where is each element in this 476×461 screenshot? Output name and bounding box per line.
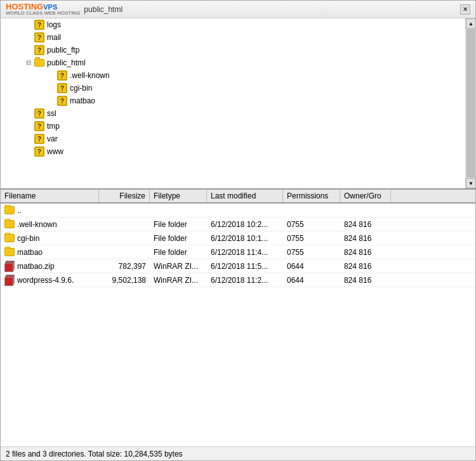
file-cell-lastmod: 6/12/2018 11:5... [207,261,283,272]
tree-label: mail [45,33,61,42]
col-header-filename[interactable]: Filename [1,190,99,202]
folder-icon [4,234,15,242]
file-cell-owner: 824 816 [340,261,391,272]
file-cell-filename: .. [1,205,99,216]
question-icon: ? [34,134,45,144]
window-title: public_html [84,5,122,14]
tree-toggle [23,20,34,30]
scroll-thumb[interactable] [466,29,475,178]
tree-content: ?logs ?mail ?public_ftp⊟public_html ?.we… [1,18,465,188]
logo-tagline: WORLD CLASS WEB HOSTING [6,11,80,16]
question-icon: ? [34,108,45,119]
tree-node-public_html[interactable]: ⊟public_html [1,56,465,69]
file-row-parent[interactable]: .. [1,204,475,218]
status-bar: 2 files and 3 directories. Total size: 1… [1,446,475,460]
file-row-wordpress[interactable]: wordpress-4.9.6. 9,502,138 WinRAR ZI... … [1,273,475,287]
scroll-up-button[interactable]: ▲ [466,18,476,29]
tree-label: .well-known [68,71,110,80]
col-header-lastmod[interactable]: Last modified [207,190,283,202]
tree-label: matbao [68,96,95,105]
tree-label: cgi-bin [68,84,92,93]
tree-label: logs [45,20,61,29]
tree-node-cgi-bin[interactable]: ?cgi-bin [1,82,465,94]
tree-toggle [23,146,34,157]
file-row-cgi-bin[interactable]: cgi-bin File folder 6/12/2018 10:1... 07… [1,231,475,245]
tree-node-var[interactable]: ?var [1,133,465,145]
tree-toggle [23,45,34,55]
file-cell-lastmod [207,209,283,212]
col-header-permissions[interactable]: Permissions [283,190,340,202]
file-cell-filetype: File folder [150,247,207,258]
file-row-matbao-zip[interactable]: matbao.zip 782,397 WinRAR ZI... 6/12/201… [1,259,475,273]
question-icon: ? [34,146,45,157]
file-cell-filetype: File folder [150,233,207,244]
file-cell-permissions: 0644 [283,275,340,286]
tree-scrollbar[interactable]: ▲ ▼ [465,18,475,188]
tree-toggle [23,121,34,131]
file-cell-permissions: 0755 [283,219,340,230]
col-header-filesize[interactable]: Filesize [99,190,150,202]
status-text: 2 files and 3 directories. Total size: 1… [6,450,183,458]
close-button[interactable]: ✕ [460,4,470,15]
file-cell-filename: wordpress-4.9.6. [1,274,99,287]
tree-toggle [23,108,34,119]
tree-node-www[interactable]: ?www [1,145,465,158]
folder-icon [4,206,15,214]
folder-icon [34,58,45,68]
zip-icon [4,261,15,271]
file-cell-filesize [99,251,150,254]
tree-node-public_ftp[interactable]: ?public_ftp [1,44,465,56]
file-cell-filesize: 782,397 [99,261,150,272]
file-cell-filetype: File folder [150,219,207,230]
tree-label: var [45,134,58,143]
file-cell-owner: 824 816 [340,233,391,244]
tree-toggle-collapse[interactable]: ⊟ [23,58,34,68]
file-cell-owner: 824 816 [340,219,391,230]
filename-text: .well-known [17,220,57,229]
tree-node-matbao[interactable]: ?matbao [1,94,465,107]
file-cell-lastmod: 6/12/2018 10:2... [207,219,283,230]
file-cell-lastmod: 6/12/2018 11:2... [207,275,283,286]
file-cell-permissions [283,209,340,212]
tree-label: www [45,147,63,156]
file-cell-filesize [99,237,150,240]
file-cell-filename: .well-known [1,219,99,230]
file-cell-lastmod: 6/12/2018 10:1... [207,233,283,244]
tree-node-logs[interactable]: ?logs [1,18,465,31]
tree-node-tmp[interactable]: ?tmp [1,120,465,133]
tree-node-well-known[interactable]: ?.well-known [1,69,465,82]
question-icon: ? [56,96,68,106]
filename-text: matbao.zip [17,262,55,271]
filename-text: wordpress-4.9.6. [17,276,74,285]
col-header-owner[interactable]: Owner/Gro [340,190,391,202]
question-icon: ? [34,32,45,42]
title-bar: HOSTINGVPS WORLD CLASS WEB HOSTING publi… [1,1,475,18]
file-cell-owner: 824 816 [340,247,391,258]
question-icon: ? [34,20,45,30]
tree-label: public_html [45,58,86,67]
tree-toggle [23,134,34,144]
tree-toggle [23,32,34,42]
file-cell-owner: 824 816 [340,275,391,286]
file-cell-filetype: WinRAR ZI... [150,261,207,272]
file-rows: .. .well-known File folder 6/12/2018 10:… [1,204,475,287]
file-cell-lastmod: 6/12/2018 11:4... [207,247,283,258]
file-cell-filesize: 9,502,138 [99,275,150,286]
tree-label: tmp [45,122,60,131]
file-cell-permissions: 0644 [283,261,340,272]
file-cell-filesize [99,209,150,212]
file-cell-filetype: WinRAR ZI... [150,275,207,286]
tree-node-ssl[interactable]: ?ssl [1,107,465,120]
file-cell-owner [340,209,391,212]
file-manager-window: HOSTINGVPS WORLD CLASS WEB HOSTING publi… [0,0,476,461]
scroll-down-button[interactable]: ▼ [466,178,476,188]
col-header-filetype[interactable]: Filetype [150,190,207,202]
folder-icon [4,248,15,256]
tree-toggle [46,70,56,81]
question-icon: ? [56,70,68,81]
tree-label: public_ftp [45,46,79,55]
tree-node-mail[interactable]: ?mail [1,31,465,44]
question-icon: ? [34,121,45,131]
file-row-matbao[interactable]: matbao File folder 6/12/2018 11:4... 075… [1,245,475,259]
file-row-well-known[interactable]: .well-known File folder 6/12/2018 10:2..… [1,218,475,231]
